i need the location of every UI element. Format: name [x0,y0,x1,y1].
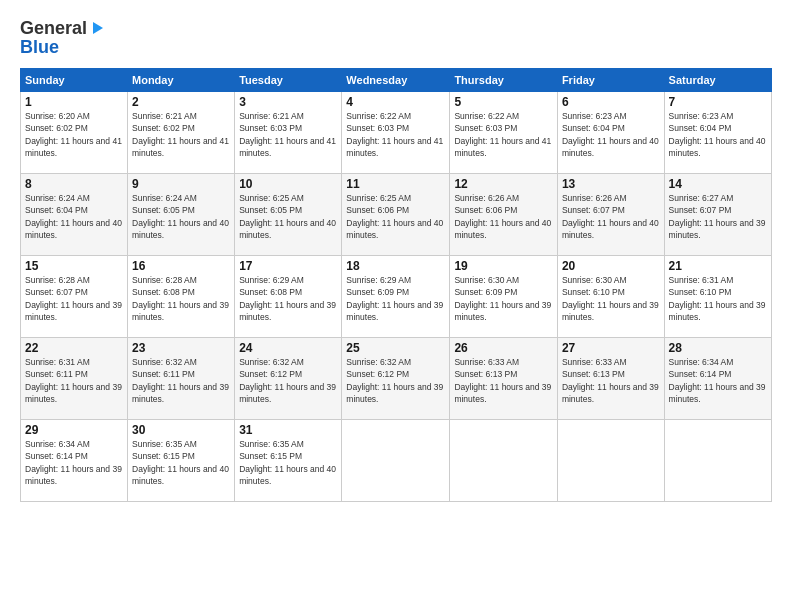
calendar-cell [450,420,558,502]
col-header-monday: Monday [128,69,235,92]
calendar-cell: 17 Sunrise: 6:29 AMSunset: 6:08 PMDaylig… [235,256,342,338]
col-header-thursday: Thursday [450,69,558,92]
calendar-cell: 4 Sunrise: 6:22 AMSunset: 6:03 PMDayligh… [342,92,450,174]
day-detail: Sunrise: 6:23 AMSunset: 6:04 PMDaylight:… [669,111,766,158]
day-number: 31 [239,423,337,437]
day-number: 2 [132,95,230,109]
day-number: 5 [454,95,553,109]
day-detail: Sunrise: 6:21 AMSunset: 6:03 PMDaylight:… [239,111,336,158]
calendar-cell: 24 Sunrise: 6:32 AMSunset: 6:12 PMDaylig… [235,338,342,420]
day-detail: Sunrise: 6:31 AMSunset: 6:10 PMDaylight:… [669,275,766,322]
calendar-cell: 20 Sunrise: 6:30 AMSunset: 6:10 PMDaylig… [557,256,664,338]
week-row-4: 22 Sunrise: 6:31 AMSunset: 6:11 PMDaylig… [21,338,772,420]
calendar-cell: 5 Sunrise: 6:22 AMSunset: 6:03 PMDayligh… [450,92,558,174]
day-number: 14 [669,177,767,191]
calendar-table: SundayMondayTuesdayWednesdayThursdayFrid… [20,68,772,502]
day-number: 26 [454,341,553,355]
day-detail: Sunrise: 6:29 AMSunset: 6:09 PMDaylight:… [346,275,443,322]
day-detail: Sunrise: 6:24 AMSunset: 6:05 PMDaylight:… [132,193,229,240]
day-number: 12 [454,177,553,191]
day-number: 19 [454,259,553,273]
day-detail: Sunrise: 6:34 AMSunset: 6:14 PMDaylight:… [25,439,122,486]
calendar-header-row: SundayMondayTuesdayWednesdayThursdayFrid… [21,69,772,92]
day-number: 4 [346,95,445,109]
day-number: 6 [562,95,660,109]
day-number: 18 [346,259,445,273]
calendar-cell: 31 Sunrise: 6:35 AMSunset: 6:15 PMDaylig… [235,420,342,502]
day-detail: Sunrise: 6:25 AMSunset: 6:06 PMDaylight:… [346,193,443,240]
calendar-cell: 6 Sunrise: 6:23 AMSunset: 6:04 PMDayligh… [557,92,664,174]
calendar-cell: 27 Sunrise: 6:33 AMSunset: 6:13 PMDaylig… [557,338,664,420]
day-detail: Sunrise: 6:33 AMSunset: 6:13 PMDaylight:… [562,357,659,404]
day-detail: Sunrise: 6:20 AMSunset: 6:02 PMDaylight:… [25,111,122,158]
day-detail: Sunrise: 6:32 AMSunset: 6:11 PMDaylight:… [132,357,229,404]
calendar-cell: 18 Sunrise: 6:29 AMSunset: 6:09 PMDaylig… [342,256,450,338]
header: General Blue [20,18,772,58]
day-number: 13 [562,177,660,191]
day-number: 23 [132,341,230,355]
col-header-saturday: Saturday [664,69,771,92]
day-number: 9 [132,177,230,191]
day-detail: Sunrise: 6:30 AMSunset: 6:09 PMDaylight:… [454,275,551,322]
week-row-2: 8 Sunrise: 6:24 AMSunset: 6:04 PMDayligh… [21,174,772,256]
calendar-cell [664,420,771,502]
calendar-cell: 11 Sunrise: 6:25 AMSunset: 6:06 PMDaylig… [342,174,450,256]
logo-general-text: General [20,18,87,39]
calendar-cell: 8 Sunrise: 6:24 AMSunset: 6:04 PMDayligh… [21,174,128,256]
day-detail: Sunrise: 6:23 AMSunset: 6:04 PMDaylight:… [562,111,659,158]
day-detail: Sunrise: 6:22 AMSunset: 6:03 PMDaylight:… [454,111,551,158]
logo-blue-text: Blue [20,37,59,58]
col-header-tuesday: Tuesday [235,69,342,92]
calendar-cell: 12 Sunrise: 6:26 AMSunset: 6:06 PMDaylig… [450,174,558,256]
day-number: 8 [25,177,123,191]
day-detail: Sunrise: 6:31 AMSunset: 6:11 PMDaylight:… [25,357,122,404]
col-header-friday: Friday [557,69,664,92]
day-detail: Sunrise: 6:21 AMSunset: 6:02 PMDaylight:… [132,111,229,158]
logo-arrow-icon [89,20,105,36]
calendar-cell: 1 Sunrise: 6:20 AMSunset: 6:02 PMDayligh… [21,92,128,174]
calendar-cell: 19 Sunrise: 6:30 AMSunset: 6:09 PMDaylig… [450,256,558,338]
calendar-cell: 16 Sunrise: 6:28 AMSunset: 6:08 PMDaylig… [128,256,235,338]
calendar-cell: 21 Sunrise: 6:31 AMSunset: 6:10 PMDaylig… [664,256,771,338]
day-detail: Sunrise: 6:28 AMSunset: 6:08 PMDaylight:… [132,275,229,322]
day-number: 10 [239,177,337,191]
calendar-cell: 23 Sunrise: 6:32 AMSunset: 6:11 PMDaylig… [128,338,235,420]
day-detail: Sunrise: 6:34 AMSunset: 6:14 PMDaylight:… [669,357,766,404]
calendar-cell: 10 Sunrise: 6:25 AMSunset: 6:05 PMDaylig… [235,174,342,256]
day-number: 7 [669,95,767,109]
day-detail: Sunrise: 6:35 AMSunset: 6:15 PMDaylight:… [132,439,229,486]
calendar-cell: 9 Sunrise: 6:24 AMSunset: 6:05 PMDayligh… [128,174,235,256]
week-row-5: 29 Sunrise: 6:34 AMSunset: 6:14 PMDaylig… [21,420,772,502]
day-detail: Sunrise: 6:35 AMSunset: 6:15 PMDaylight:… [239,439,336,486]
logo: General Blue [20,18,105,58]
day-detail: Sunrise: 6:28 AMSunset: 6:07 PMDaylight:… [25,275,122,322]
day-number: 29 [25,423,123,437]
day-number: 17 [239,259,337,273]
day-detail: Sunrise: 6:22 AMSunset: 6:03 PMDaylight:… [346,111,443,158]
calendar-cell: 14 Sunrise: 6:27 AMSunset: 6:07 PMDaylig… [664,174,771,256]
day-detail: Sunrise: 6:26 AMSunset: 6:07 PMDaylight:… [562,193,659,240]
calendar-cell [557,420,664,502]
day-number: 24 [239,341,337,355]
week-row-3: 15 Sunrise: 6:28 AMSunset: 6:07 PMDaylig… [21,256,772,338]
day-detail: Sunrise: 6:26 AMSunset: 6:06 PMDaylight:… [454,193,551,240]
calendar-cell [342,420,450,502]
calendar-cell: 7 Sunrise: 6:23 AMSunset: 6:04 PMDayligh… [664,92,771,174]
week-row-1: 1 Sunrise: 6:20 AMSunset: 6:02 PMDayligh… [21,92,772,174]
calendar-cell: 29 Sunrise: 6:34 AMSunset: 6:14 PMDaylig… [21,420,128,502]
day-detail: Sunrise: 6:27 AMSunset: 6:07 PMDaylight:… [669,193,766,240]
calendar-cell: 15 Sunrise: 6:28 AMSunset: 6:07 PMDaylig… [21,256,128,338]
day-number: 28 [669,341,767,355]
calendar-cell: 25 Sunrise: 6:32 AMSunset: 6:12 PMDaylig… [342,338,450,420]
calendar-cell: 13 Sunrise: 6:26 AMSunset: 6:07 PMDaylig… [557,174,664,256]
day-detail: Sunrise: 6:30 AMSunset: 6:10 PMDaylight:… [562,275,659,322]
day-detail: Sunrise: 6:32 AMSunset: 6:12 PMDaylight:… [239,357,336,404]
day-number: 21 [669,259,767,273]
day-detail: Sunrise: 6:33 AMSunset: 6:13 PMDaylight:… [454,357,551,404]
calendar-cell: 22 Sunrise: 6:31 AMSunset: 6:11 PMDaylig… [21,338,128,420]
day-number: 27 [562,341,660,355]
day-detail: Sunrise: 6:24 AMSunset: 6:04 PMDaylight:… [25,193,122,240]
day-number: 16 [132,259,230,273]
day-number: 30 [132,423,230,437]
calendar-cell: 26 Sunrise: 6:33 AMSunset: 6:13 PMDaylig… [450,338,558,420]
